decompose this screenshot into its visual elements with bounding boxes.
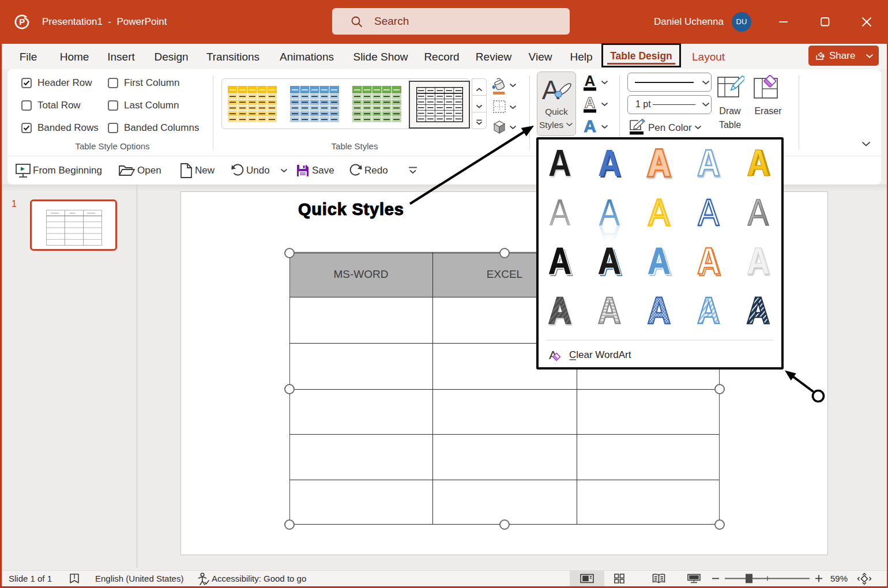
svg-text:A: A bbox=[599, 192, 621, 233]
svg-text:A: A bbox=[698, 192, 720, 233]
svg-text:A: A bbox=[585, 73, 596, 89]
svg-text:A: A bbox=[548, 290, 571, 331]
svg-text:A: A bbox=[697, 290, 720, 331]
svg-text:A: A bbox=[748, 192, 770, 233]
svg-text:A: A bbox=[548, 240, 571, 282]
svg-text:A: A bbox=[598, 290, 621, 331]
svg-text:A: A bbox=[550, 192, 571, 233]
svg-text:A: A bbox=[548, 142, 571, 184]
svg-text:A: A bbox=[648, 240, 671, 282]
svg-text:A: A bbox=[585, 94, 596, 111]
svg-text:A: A bbox=[598, 142, 621, 184]
svg-text:A: A bbox=[598, 240, 621, 282]
svg-text:A: A bbox=[747, 290, 770, 331]
svg-text:A: A bbox=[648, 290, 671, 331]
svg-text:Clear WordArt: Clear WordArt bbox=[569, 349, 631, 360]
svg-text:A: A bbox=[649, 192, 671, 233]
svg-text:A: A bbox=[648, 142, 671, 184]
svg-text:A: A bbox=[584, 116, 596, 135]
svg-text:A: A bbox=[747, 240, 770, 282]
svg-text:A: A bbox=[697, 240, 720, 282]
svg-text:A: A bbox=[542, 75, 560, 105]
svg-text:P: P bbox=[19, 17, 25, 27]
svg-text:A: A bbox=[697, 142, 720, 184]
svg-text:A: A bbox=[747, 142, 770, 184]
